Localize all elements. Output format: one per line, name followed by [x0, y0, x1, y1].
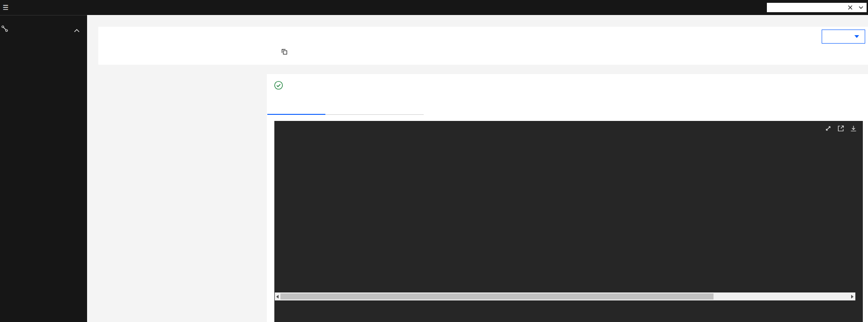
caret-down-icon: [854, 35, 859, 38]
app-title: [15, 0, 17, 15]
horizontal-scrollbar[interactable]: [275, 292, 855, 300]
sidebar: [0, 15, 87, 322]
chevron-down-icon[interactable]: [855, 3, 867, 12]
step-detail-panel: [267, 74, 868, 322]
sidebar-section-tekton-resources[interactable]: [0, 22, 87, 37]
chevron-up-icon: [74, 26, 80, 34]
namespace-combobox[interactable]: [767, 3, 867, 12]
actions-button[interactable]: [822, 30, 865, 44]
inactive-tab-underline: [325, 114, 424, 115]
log-toolbar: [824, 125, 857, 132]
tekton-dashboard-app: ☰: [0, 0, 868, 322]
clear-icon[interactable]: [845, 3, 855, 12]
download-icon[interactable]: [850, 125, 857, 132]
copy-icon[interactable]: [280, 47, 289, 56]
scrollbar-thumb[interactable]: [280, 293, 714, 300]
log-content: [277, 135, 863, 289]
active-tab-underline: [267, 114, 325, 115]
menu-hamburger-icon[interactable]: ☰: [1, 3, 10, 12]
log-viewer: [274, 121, 863, 322]
scroll-left-arrow-icon[interactable]: [276, 295, 279, 299]
scroll-right-arrow-icon[interactable]: [851, 295, 853, 299]
pipelinerun-header-card: [98, 27, 868, 65]
top-bar: ☰: [0, 0, 868, 15]
maximize-icon[interactable]: [824, 125, 832, 132]
step-success-icon: [274, 81, 283, 92]
open-in-new-window-icon[interactable]: [837, 125, 845, 132]
tekton-resources-icon: [1, 25, 8, 34]
